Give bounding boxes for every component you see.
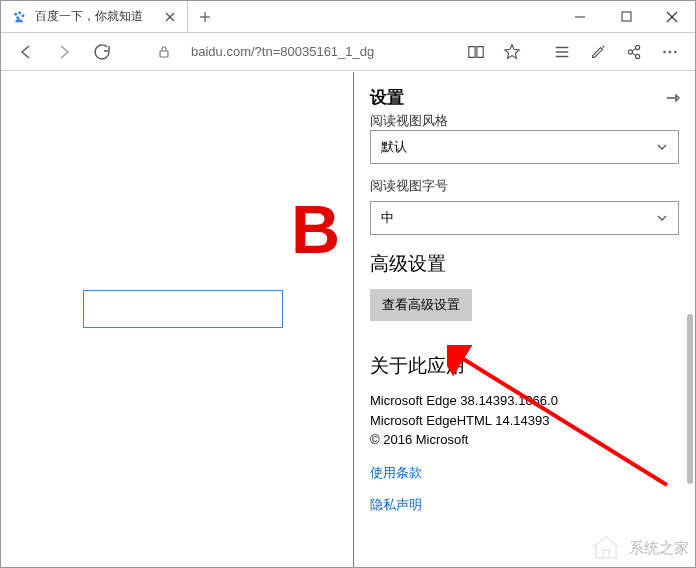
- about-version: Microsoft Edge 38.14393.1066.0: [370, 391, 679, 411]
- svg-point-0: [14, 12, 17, 15]
- url-text: baidu.com/?tn=80035161_1_dg: [191, 44, 374, 59]
- tab-close-icon[interactable]: [163, 10, 177, 24]
- back-button[interactable]: [9, 37, 43, 67]
- svg-line-19: [632, 48, 636, 51]
- baidu-logo-fragment: B: [291, 190, 340, 268]
- svg-point-1: [18, 11, 21, 14]
- hub-button[interactable]: [545, 37, 579, 67]
- svg-point-17: [636, 45, 640, 49]
- svg-point-18: [636, 54, 640, 58]
- close-window-button[interactable]: [649, 1, 695, 32]
- view-advanced-settings-button[interactable]: 查看高级设置: [370, 289, 472, 321]
- favorite-button[interactable]: [495, 37, 529, 67]
- settings-panel: 设置 阅读视图风格 默认 阅读视图字号 中 高级设置 查看高级设置 关于此应用 …: [353, 72, 695, 567]
- reading-style-value: 默认: [381, 138, 407, 156]
- refresh-button[interactable]: [85, 37, 119, 67]
- toolbar: baidu.com/?tn=80035161_1_dg: [1, 33, 695, 71]
- web-notes-button[interactable]: [581, 37, 615, 67]
- about-block: Microsoft Edge 38.14393.1066.0 Microsoft…: [370, 391, 679, 450]
- about-copyright: © 2016 Microsoft: [370, 430, 679, 450]
- reading-style-label: 阅读视图风格: [370, 113, 679, 130]
- advanced-settings-heading: 高级设置: [370, 251, 679, 277]
- svg-rect-9: [622, 12, 631, 21]
- scrollbar-thumb[interactable]: [687, 314, 693, 484]
- window-controls: [557, 1, 695, 32]
- share-button[interactable]: [617, 37, 651, 67]
- new-tab-button[interactable]: [188, 1, 222, 32]
- svg-point-22: [669, 50, 672, 53]
- svg-point-2: [22, 14, 25, 17]
- baidu-favicon-icon: [11, 9, 27, 25]
- page-content: B 设置 阅读视图风格 默认 阅读视图字号 中 高级设置 查看高级设置 关于此应…: [1, 72, 695, 567]
- browser-tab[interactable]: 百度一下，你就知道: [1, 1, 188, 32]
- minimize-button[interactable]: [557, 1, 603, 32]
- reading-size-label: 阅读视图字号: [370, 178, 679, 195]
- forward-button[interactable]: [47, 37, 81, 67]
- svg-point-16: [628, 49, 632, 53]
- svg-point-21: [663, 50, 666, 53]
- reading-size-value: 中: [381, 209, 394, 227]
- panel-title: 设置: [370, 86, 404, 109]
- terms-link[interactable]: 使用条款: [370, 464, 679, 482]
- pin-icon[interactable]: [665, 90, 681, 106]
- reading-style-select[interactable]: 默认: [370, 130, 679, 164]
- search-input[interactable]: [83, 290, 283, 328]
- svg-point-23: [674, 50, 677, 53]
- about-heading: 关于此应用: [370, 353, 679, 379]
- chevron-down-icon: [656, 141, 668, 153]
- panel-scrollbar[interactable]: [687, 104, 693, 563]
- site-lock-icon[interactable]: [147, 37, 181, 67]
- maximize-button[interactable]: [603, 1, 649, 32]
- titlebar: 百度一下，你就知道: [1, 1, 695, 33]
- reading-view-button[interactable]: [459, 37, 493, 67]
- tab-title: 百度一下，你就知道: [35, 8, 143, 25]
- svg-line-20: [632, 52, 636, 55]
- address-bar[interactable]: baidu.com/?tn=80035161_1_dg: [185, 44, 374, 59]
- more-button[interactable]: [653, 37, 687, 67]
- chevron-down-icon: [656, 212, 668, 224]
- about-edgehtml: Microsoft EdgeHTML 14.14393: [370, 411, 679, 431]
- privacy-link[interactable]: 隐私声明: [370, 496, 679, 514]
- reading-size-select[interactable]: 中: [370, 201, 679, 235]
- svg-rect-12: [160, 51, 168, 57]
- svg-point-3: [16, 16, 19, 19]
